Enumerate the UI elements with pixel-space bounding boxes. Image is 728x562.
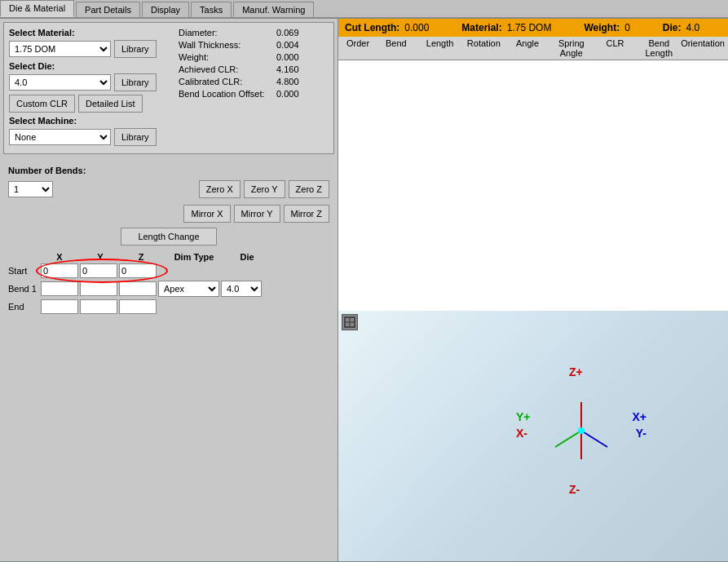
material-label: Material: xyxy=(461,22,501,33)
form-area: Select Material: 1.75 DOM Library Select… xyxy=(3,22,334,154)
x-minus-label: X- xyxy=(516,427,527,440)
length-change-row: Length Change xyxy=(8,228,329,246)
bend1-z-input[interactable] xyxy=(119,281,157,296)
library-machine-btn[interactable]: Library xyxy=(114,128,157,146)
start-z-input[interactable] xyxy=(119,263,157,278)
viewport-icon[interactable] xyxy=(342,314,358,330)
die-value: 4.0 xyxy=(686,22,700,33)
bend1-dim-type-select[interactable]: Apex Tangent xyxy=(158,281,219,297)
end-coord-row: End xyxy=(8,299,329,314)
bend1-label: Bend 1 xyxy=(8,284,41,294)
mirror-y-btn[interactable]: Mirror Y xyxy=(234,205,280,223)
zero-buttons: Zero X Zero Y Zero Z xyxy=(199,180,329,198)
machine-select-row: None Library xyxy=(9,128,172,146)
axes-container: Z+ Y+ X- X+ Y- Z- xyxy=(516,365,646,496)
tab-tasks[interactable]: Tasks xyxy=(191,2,232,17)
axes-svg xyxy=(549,398,614,463)
form-col-left: Select Material: 1.75 DOM Library Select… xyxy=(9,28,172,148)
bends-count-select[interactable]: 1 2 3 xyxy=(8,181,53,197)
3d-viewport: Z+ Y+ X- X+ Y- Z- xyxy=(338,311,728,561)
mirror-z-btn[interactable]: Mirror Z xyxy=(284,205,330,223)
viewport-toggle-icon xyxy=(344,316,355,328)
mirror-x-btn[interactable]: Mirror X xyxy=(183,205,230,223)
header-x: X xyxy=(39,252,80,262)
bends-area: Number of Bends: 1 2 3 Zero X Zero Y Zer… xyxy=(3,161,334,558)
left-panel: Select Material: 1.75 DOM Library Select… xyxy=(0,19,338,561)
wall-thickness-row: Wall Thickness: 0.004 xyxy=(179,40,329,50)
diameter-value: 0.069 xyxy=(276,28,299,38)
start-label: Start xyxy=(8,266,41,276)
bend1-die-select[interactable]: 4.0 xyxy=(221,281,262,297)
calibrated-clr-label: Calibrated CLR: xyxy=(179,77,276,86)
zero-z-btn[interactable]: Zero Z xyxy=(289,180,329,198)
th-bend-length[interactable]: Bend Length xyxy=(637,38,681,58)
tab-manuf-warning[interactable]: Manuf. Warning xyxy=(233,2,314,17)
end-z-input[interactable] xyxy=(119,299,157,314)
zero-x-btn[interactable]: Zero X xyxy=(199,180,240,198)
end-y-input[interactable] xyxy=(80,299,117,314)
tab-bar: Die & Material Part Details Display Task… xyxy=(0,0,728,19)
bend1-x-input[interactable] xyxy=(41,281,78,296)
th-bend[interactable]: Bend xyxy=(374,38,418,58)
bend-location-label: Bend Location Offset: xyxy=(179,89,276,99)
svg-point-6 xyxy=(578,427,585,434)
achieved-clr-row: Achieved CLR: 4.160 xyxy=(179,64,329,74)
machine-select[interactable]: None xyxy=(9,129,111,145)
svg-line-4 xyxy=(555,431,581,447)
th-angle[interactable]: Angle xyxy=(505,38,549,58)
th-clr[interactable]: CLR xyxy=(593,38,638,58)
length-change-btn[interactable]: Length Change xyxy=(121,228,216,246)
achieved-clr-label: Achieved CLR: xyxy=(179,64,276,74)
svg-line-5 xyxy=(581,431,607,447)
z-minus-label: Z- xyxy=(569,483,580,496)
th-order[interactable]: Order xyxy=(342,38,374,58)
results-table-header: Order Bend Length Rotation Angle Spring … xyxy=(338,37,728,60)
zero-y-btn[interactable]: Zero Y xyxy=(244,180,285,198)
bends-header: Number of Bends: xyxy=(8,166,329,175)
diameter-row: Diameter: 0.069 xyxy=(179,28,329,38)
material-select-row: 1.75 DOM Library xyxy=(9,40,172,58)
bend-location-row: Bend Location Offset: 0.000 xyxy=(179,89,329,99)
th-length[interactable]: Length xyxy=(418,38,462,58)
select-machine-label: Select Machine: xyxy=(9,116,77,126)
form-col-right: Diameter: 0.069 Wall Thickness: 0.004 We… xyxy=(179,28,329,148)
weight-info-label: Weight: xyxy=(584,22,620,33)
detailed-list-btn[interactable]: Detailed List xyxy=(78,95,143,113)
tab-display[interactable]: Display xyxy=(142,2,189,17)
z-plus-label: Z+ xyxy=(569,365,583,378)
cut-length-value: 0.000 xyxy=(404,22,429,33)
die-select[interactable]: 4.0 xyxy=(9,74,111,91)
die-label: Die: xyxy=(663,22,682,33)
coord-table-header: X Y Z Dim Type Die xyxy=(8,252,329,262)
weight-info-value: 0 xyxy=(624,22,630,33)
achieved-clr-value: 4.160 xyxy=(276,64,299,74)
right-panel: Cut Length: 0.000 Material: 1.75 DOM Wei… xyxy=(338,19,728,561)
bend1-y-input[interactable] xyxy=(80,281,117,296)
end-x-input[interactable] xyxy=(41,299,78,314)
y-plus-label: Y+ xyxy=(516,410,531,423)
select-machine-row-label: Select Machine: xyxy=(9,116,172,126)
th-orientation[interactable]: Orientation xyxy=(681,38,725,58)
custom-clr-btn[interactable]: Custom CLR xyxy=(9,95,75,113)
calibrated-clr-value: 4.800 xyxy=(276,77,299,86)
start-y-input[interactable] xyxy=(80,263,117,278)
select-material-label: Select Material: xyxy=(9,28,75,38)
results-table-body xyxy=(338,60,728,311)
material-select[interactable]: 1.75 DOM xyxy=(9,41,111,57)
x-plus-label: X+ xyxy=(632,410,646,423)
tab-part-details[interactable]: Part Details xyxy=(76,2,140,17)
library-material-btn[interactable]: Library xyxy=(114,40,157,58)
mirror-buttons-row: Mirror X Mirror Y Mirror Z xyxy=(8,205,329,223)
bend-location-value: 0.000 xyxy=(276,89,299,99)
start-x-input[interactable] xyxy=(41,263,78,278)
th-rotation[interactable]: Rotation xyxy=(461,38,505,58)
tab-die-material[interactable]: Die & Material xyxy=(0,0,74,17)
cut-length-item: Cut Length: 0.000 xyxy=(345,22,429,33)
wall-thickness-value: 0.004 xyxy=(276,40,299,50)
bend1-coord-row: Bend 1 Apex Tangent 4.0 xyxy=(8,281,329,297)
header-z: Z xyxy=(121,252,161,262)
library-die-btn[interactable]: Library xyxy=(114,73,157,91)
main-layout: Select Material: 1.75 DOM Library Select… xyxy=(0,19,728,561)
y-minus-label: Y- xyxy=(636,427,646,440)
th-spring-angle[interactable]: Spring Angle xyxy=(549,38,593,58)
